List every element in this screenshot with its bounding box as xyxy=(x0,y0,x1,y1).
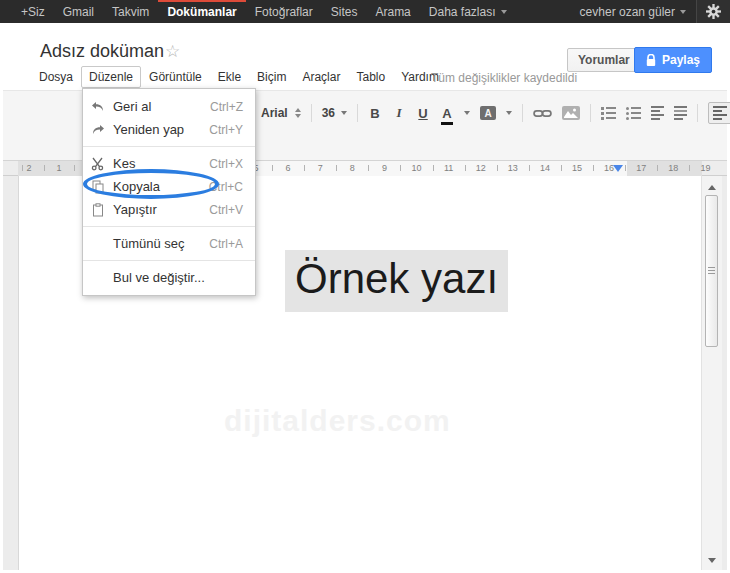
account-name: cevher ozan güler xyxy=(580,5,675,19)
menu-item-label: Kes xyxy=(113,156,209,171)
ruler-tick xyxy=(657,165,658,171)
topbar-nav: +SizGmailTakvimDokümanlarFotoğraflarSite… xyxy=(0,0,516,23)
topbar-item-7[interactable]: Daha fazlası xyxy=(420,0,516,23)
menubar-item-5[interactable]: Araçlar xyxy=(294,66,348,88)
topbar-item-label: Daha fazlası xyxy=(429,5,496,19)
chevron-down-icon[interactable] xyxy=(506,111,512,115)
topbar-item-0[interactable]: +Siz xyxy=(12,0,54,23)
menu-item-t-m-n-se[interactable]: Tümünü seçCtrl+A xyxy=(83,232,255,255)
vertical-scrollbar[interactable] xyxy=(701,176,722,570)
insert-image-button[interactable] xyxy=(562,106,580,120)
selected-text[interactable]: Örnek yazı xyxy=(285,250,508,312)
document-title[interactable]: Adsız doküman xyxy=(40,41,164,62)
bullet-list-button[interactable] xyxy=(626,107,641,120)
paste-icon xyxy=(83,203,113,217)
font-family-select[interactable]: Arial xyxy=(261,106,301,120)
watermark: dijitalders.com xyxy=(224,404,451,438)
ruler-tick xyxy=(368,165,369,171)
google-topbar: +SizGmailTakvimDokümanlarFotoğraflarSite… xyxy=(0,0,730,23)
topbar-item-4[interactable]: Fotoğraflar xyxy=(246,0,322,23)
menubar: DosyaDüzenleGörüntüleEkleBiçimAraçlarTab… xyxy=(31,66,447,88)
ruler-tick xyxy=(689,165,690,171)
menubar-item-0[interactable]: Dosya xyxy=(31,66,81,88)
menu-item-kes[interactable]: KesCtrl+X xyxy=(83,152,255,175)
margin-marker-icon[interactable] xyxy=(613,165,623,172)
align-button[interactable] xyxy=(708,102,730,124)
menu-item-yap-t-r[interactable]: YapıştırCtrl+V xyxy=(83,198,255,221)
menu-item-kopyala[interactable]: KopyalaCtrl+C xyxy=(83,175,255,198)
font-family-value: Arial xyxy=(261,106,288,120)
ruler-tick xyxy=(44,165,45,171)
highlight-color-button[interactable]: A xyxy=(480,106,496,120)
ruler-tick xyxy=(400,165,401,171)
share-button[interactable]: Paylaş xyxy=(634,47,712,73)
outdent-button[interactable] xyxy=(651,106,664,120)
ruler-tick xyxy=(465,165,466,171)
menubar-item-3[interactable]: Ekle xyxy=(210,66,249,88)
bullet-list-icon xyxy=(626,107,641,110)
bullet-list-icon xyxy=(626,112,641,115)
numbered-list-icon xyxy=(601,107,616,110)
gear-icon xyxy=(706,4,721,19)
scroll-down-icon[interactable] xyxy=(708,558,716,563)
menu-item-yeniden-yap[interactable]: Yeniden yapCtrl+Y xyxy=(83,118,255,141)
menu-separator xyxy=(83,146,255,147)
redo-icon xyxy=(83,124,113,136)
topbar-item-1[interactable]: Gmail xyxy=(54,0,103,23)
ruler-tick xyxy=(74,165,75,171)
ruler-number: 11 xyxy=(444,163,453,173)
settings-button[interactable] xyxy=(696,0,730,23)
topbar-item-6[interactable]: Arama xyxy=(366,0,419,23)
stepper-icon xyxy=(295,108,301,118)
menu-item-label: Yeniden yap xyxy=(113,122,209,137)
font-size-select[interactable]: 36 xyxy=(322,106,347,120)
topbar-right: cevher ozan güler xyxy=(570,0,730,23)
star-icon[interactable]: ☆ xyxy=(165,41,180,62)
topbar-item-label: +Siz xyxy=(21,5,45,19)
bold-button[interactable]: B xyxy=(368,106,382,121)
toolbar-separator xyxy=(522,104,523,122)
topbar-item-5[interactable]: Sites xyxy=(322,0,367,23)
ruler-tick xyxy=(272,165,273,171)
topbar-item-3[interactable]: Dokümanlar xyxy=(158,0,245,23)
menubar-item-1[interactable]: Düzenle xyxy=(81,66,141,88)
chevron-down-icon xyxy=(680,10,686,14)
menu-item-bul-ve-de-i-tir[interactable]: Bul ve değiştir... xyxy=(83,266,255,289)
ruler-tick xyxy=(529,165,530,171)
ruler-tick xyxy=(336,165,337,171)
indent-button[interactable] xyxy=(674,106,687,120)
menu-item-label: Yapıştır xyxy=(113,202,209,217)
scrollbar-thumb[interactable] xyxy=(705,195,718,347)
ruler-number: 17 xyxy=(636,163,646,173)
scroll-up-icon[interactable] xyxy=(708,185,716,190)
ruler-tick xyxy=(625,165,626,171)
underline-button[interactable]: U xyxy=(416,106,430,121)
topbar-item-label: Dokümanlar xyxy=(167,5,236,19)
ruler-number: 2 xyxy=(26,163,31,173)
text-color-button[interactable]: A xyxy=(440,106,454,121)
menubar-item-4[interactable]: Biçim xyxy=(249,66,294,88)
scrollbar-grip-icon xyxy=(708,267,715,274)
ruler-tick xyxy=(593,165,594,171)
ruler-number: 14 xyxy=(540,163,550,173)
numbered-list-button[interactable] xyxy=(601,107,616,120)
chevron-down-icon[interactable] xyxy=(464,111,470,115)
menubar-item-2[interactable]: Görüntüle xyxy=(141,66,210,88)
ruler-tick xyxy=(22,165,23,171)
topbar-item-2[interactable]: Takvim xyxy=(103,0,158,23)
ruler-tick xyxy=(497,165,498,171)
menu-item-shortcut: Ctrl+V xyxy=(209,203,255,217)
menu-item-geri-al[interactable]: Geri alCtrl+Z xyxy=(83,95,255,118)
menubar-item-6[interactable]: Tablo xyxy=(348,66,393,88)
ruler-number: 7 xyxy=(318,163,323,173)
ruler-number: 19 xyxy=(700,163,710,173)
italic-button[interactable]: I xyxy=(392,105,406,121)
ruler-number: 12 xyxy=(476,163,486,173)
account-menu[interactable]: cevher ozan güler xyxy=(570,0,696,23)
menu-item-label: Tümünü seç xyxy=(113,236,209,251)
menu-item-shortcut: Ctrl+Z xyxy=(210,100,255,114)
toolbar-separator xyxy=(311,104,312,122)
copy-icon xyxy=(83,180,113,194)
edit-menu-dropdown: Geri alCtrl+ZYeniden yapCtrl+YKesCtrl+XK… xyxy=(82,88,256,296)
insert-link-button[interactable] xyxy=(533,108,552,119)
